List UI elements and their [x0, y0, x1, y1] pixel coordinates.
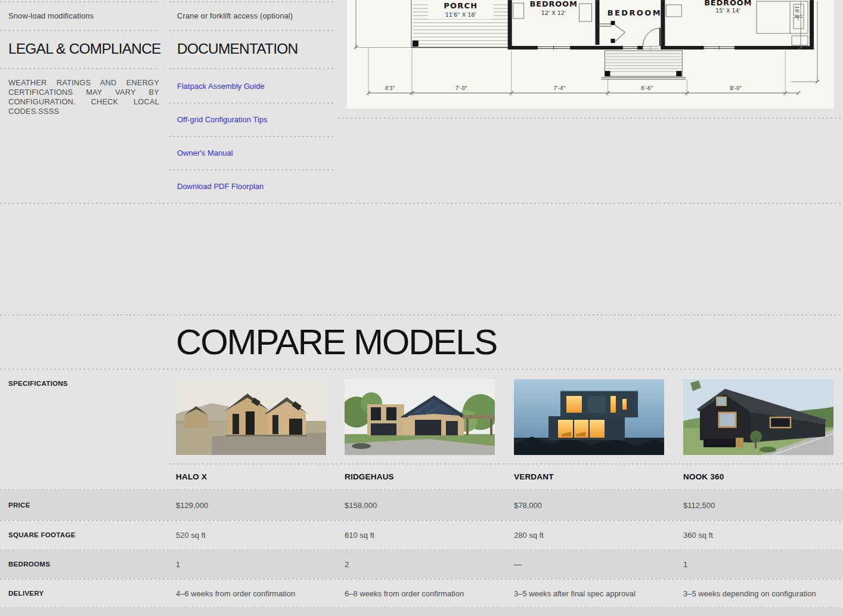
dashed-divider — [0, 369, 843, 370]
specifications-column-header: SPECIFICATIONS — [8, 380, 68, 387]
plan-dim-2: 7'-0" — [455, 85, 467, 91]
legal-disclaimer-text: WEATHER RATINGS AND ENERGY CERTIFICATION… — [8, 78, 159, 116]
plan-room-label-bedroom3: BEDROOM — [704, 0, 752, 7]
bedrooms-ridgehaus: 2 — [345, 560, 349, 569]
dashed-divider — [0, 203, 843, 204]
model-photo-halo-x — [176, 379, 326, 455]
dashed-divider — [169, 103, 336, 104]
plan-dim-3: 7'-4" — [554, 85, 566, 91]
model-photo-verdant — [514, 379, 664, 455]
table-row-square-footage: SQUARE FOOTAGE 520 sq ft 610 sq ft 280 s… — [0, 521, 843, 549]
row-label-price: PRICE — [8, 502, 30, 509]
dashed-divider — [169, 169, 336, 171]
bedrooms-halo-x: 1 — [176, 560, 180, 569]
price-ridgehaus: $158,000 — [345, 500, 377, 509]
next-row-partial — [0, 608, 843, 616]
compare-models-heading: COMPARE MODELS — [176, 314, 497, 369]
model-photo-ridgehaus — [345, 379, 495, 455]
prefab-home-product-page: Snow-load modifications LEGAL & COMPLIAN… — [0, 0, 843, 616]
link-offgrid-configuration-tips[interactable]: Off-grid Configuration Tips — [177, 115, 268, 124]
plan-dim-4: 6'-6" — [641, 85, 653, 91]
plan-room-dims-bedroom1: 12' X 12' — [541, 10, 566, 16]
link-flatpack-assembly-guide[interactable]: Flatpack Assembly Guide — [177, 82, 265, 91]
model-name-ridgehaus: RIDGEHAUS — [345, 463, 394, 489]
plan-room-dims-porch: 11'6" X 18' — [445, 11, 476, 18]
dashed-divider — [0, 68, 159, 69]
dashed-divider — [169, 68, 336, 69]
model-name-nook-360: NOOK 360 — [683, 463, 724, 489]
row-label-bedrooms: BEDROOMS — [8, 561, 50, 568]
row-label-delivery: DELIVERY — [8, 590, 44, 597]
floorplan-image: PORCH 11'6" X 18' BEDROOM 12' X 12' BEDR… — [347, 0, 834, 109]
dashed-divider — [169, 1, 336, 2]
delivery-halo-x: 4–6 weeks from order confirmation — [176, 589, 295, 598]
dashed-divider — [169, 136, 336, 137]
table-row-bedrooms: BEDROOMS 1 2 — 1 — [0, 550, 843, 578]
sqft-ridgehaus: 610 sq ft — [345, 531, 374, 540]
delivery-ridgehaus: 6–8 weeks from order confirmation — [345, 589, 464, 598]
bedrooms-nook-360: 1 — [683, 560, 687, 569]
model-name-verdant: VERDANT — [514, 463, 554, 489]
plan-room-label-bedroom1: BEDROOM — [530, 0, 578, 8]
model-photo-nook-360 — [683, 379, 833, 455]
dashed-divider — [169, 463, 843, 465]
sqft-verdant: 280 sq ft — [514, 531, 544, 540]
model-name-halo-x: HALO X — [176, 463, 207, 489]
floorplan-drawing: PORCH 11'6" X 18' BEDROOM 12' X 12' BEDR… — [347, 0, 834, 109]
table-row-delivery: DELIVERY 4–6 weeks from order confirmati… — [0, 579, 843, 607]
link-owners-manual[interactable]: Owner's Manual — [177, 148, 233, 157]
delivery-verdant: 3–5 weeks after final spec approval — [514, 589, 636, 598]
dashed-divider — [338, 117, 843, 119]
dashed-divider — [0, 1, 159, 2]
price-nook-360: $112,500 — [683, 500, 715, 509]
sqft-halo-x: 520 sq ft — [176, 531, 206, 540]
row-label-square-footage: SQUARE FOOTAGE — [8, 531, 76, 538]
spec-list-item-snow-load: Snow-load modifications — [8, 11, 94, 20]
delivery-nook-360: 3–5 weeks depending on configuration — [683, 589, 816, 598]
price-verdant: $78,000 — [514, 500, 542, 509]
link-download-pdf-floorplan[interactable]: Download PDF Floorplan — [177, 182, 264, 191]
plan-dim-side: 18'-4" — [794, 6, 799, 20]
spec-list-item-crane-access: Crane or forklift access (optional) — [177, 11, 293, 20]
documentation-heading: DOCUMENTATION — [177, 41, 297, 57]
price-halo-x: $129,000 — [176, 500, 208, 509]
table-row-price: PRICE $129,000 $158,000 $78,000 $112,500 — [0, 490, 843, 520]
plan-room-dims-bedroom3: 15' X 14' — [715, 7, 740, 14]
dashed-divider — [0, 30, 159, 31]
plan-dim-1: 4'3" — [385, 85, 395, 91]
sqft-nook-360: 360 sq ft — [683, 531, 713, 540]
plan-room-label-bedroom2: BEDROOM — [608, 8, 662, 17]
bedrooms-verdant: — — [514, 560, 522, 569]
plan-dim-5: 8'-0" — [730, 85, 742, 91]
plan-room-label-porch: PORCH — [444, 1, 478, 10]
dashed-divider — [169, 30, 336, 31]
legal-compliance-heading: LEGAL & COMPLIANCE — [8, 41, 161, 57]
